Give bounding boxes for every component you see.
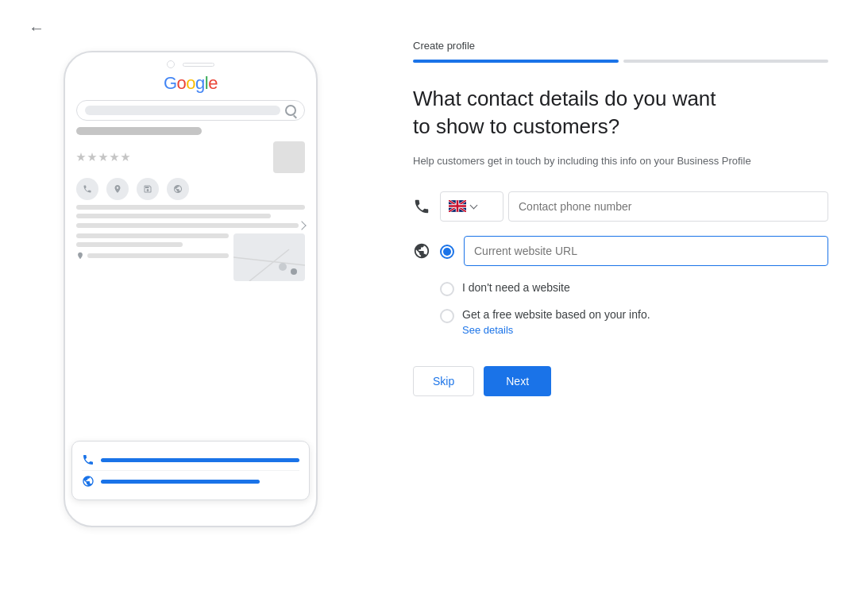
svg-point-2 bbox=[279, 263, 287, 271]
action-globe bbox=[167, 178, 189, 200]
phone-input-group bbox=[440, 191, 828, 222]
g-red: o bbox=[177, 73, 187, 93]
phone-mockup-panel: Google bbox=[0, 0, 381, 594]
button-row: Skip Next bbox=[413, 366, 828, 396]
mock-stars-row bbox=[76, 141, 305, 173]
page-subtitle: Help customers get in touch by including… bbox=[413, 153, 828, 169]
mock-search-input bbox=[85, 106, 280, 115]
uk-flag bbox=[449, 200, 466, 212]
free-website-radio[interactable] bbox=[440, 309, 454, 323]
progress-segment-1 bbox=[413, 60, 619, 63]
action-map bbox=[106, 178, 129, 200]
mock-search-bar bbox=[76, 100, 305, 121]
page-title: What contact details do you want to show… bbox=[413, 85, 828, 141]
website-url-input[interactable] bbox=[464, 236, 828, 266]
no-website-option[interactable]: I don't need a website bbox=[440, 280, 828, 296]
mock-map-image bbox=[233, 233, 305, 281]
action-save bbox=[137, 178, 159, 200]
g-red2: e bbox=[208, 73, 218, 93]
progress-segment-2 bbox=[623, 60, 829, 63]
phone-body: Google bbox=[64, 51, 318, 527]
next-button[interactable]: Next bbox=[484, 366, 551, 396]
mock-line-1 bbox=[76, 127, 202, 135]
has-website-radio[interactable] bbox=[440, 245, 454, 259]
website-form-row bbox=[413, 236, 828, 266]
bottom-card-phone-row bbox=[82, 449, 299, 470]
country-dropdown-chevron bbox=[470, 201, 478, 209]
phone-icon bbox=[413, 198, 430, 215]
mock-map-area bbox=[76, 233, 305, 281]
mock-chevron bbox=[297, 221, 306, 230]
no-website-radio[interactable] bbox=[440, 282, 454, 296]
free-website-label: Get a free website based on your info. bbox=[462, 308, 650, 321]
mock-more-row bbox=[76, 222, 305, 229]
phone-screen: Google bbox=[65, 73, 316, 281]
svg-line-1 bbox=[233, 257, 305, 265]
free-website-option[interactable]: Get a free website based on your info. S… bbox=[440, 307, 828, 337]
skip-button[interactable]: Skip bbox=[413, 366, 474, 396]
phone-wrapper: Google bbox=[64, 51, 318, 543]
right-panel: Create profile What contact details do y… bbox=[381, 0, 868, 594]
bottom-card-phone-line bbox=[101, 458, 299, 462]
phone-form-row bbox=[413, 191, 828, 222]
phone-speaker bbox=[183, 63, 214, 67]
phone-notch bbox=[65, 52, 316, 73]
phone-number-input[interactable] bbox=[508, 191, 828, 222]
g-yellow: o bbox=[186, 73, 195, 93]
bottom-card-phone-icon bbox=[82, 453, 95, 466]
bottom-card-globe-line bbox=[101, 480, 260, 484]
mock-action-icons bbox=[76, 178, 305, 200]
action-phone bbox=[76, 178, 98, 200]
country-select[interactable] bbox=[440, 191, 503, 222]
google-logo: Google bbox=[76, 73, 305, 94]
see-details-link[interactable]: See details bbox=[462, 324, 650, 336]
back-button[interactable]: ← bbox=[29, 19, 44, 37]
progress-bar bbox=[413, 60, 828, 63]
no-website-label: I don't need a website bbox=[462, 280, 570, 296]
create-profile-label: Create profile bbox=[413, 40, 828, 52]
mock-shop-icon bbox=[273, 141, 305, 173]
phone-camera bbox=[167, 60, 175, 68]
bottom-card-globe-row bbox=[82, 470, 299, 492]
phone-bottom-card bbox=[71, 441, 310, 500]
globe-icon bbox=[413, 242, 430, 260]
g-blue2: g bbox=[195, 73, 205, 93]
g-blue: G bbox=[164, 73, 177, 93]
page-container: ← Google bbox=[0, 0, 868, 594]
mock-search-icon bbox=[285, 105, 296, 116]
bottom-card-globe-icon bbox=[82, 475, 95, 488]
